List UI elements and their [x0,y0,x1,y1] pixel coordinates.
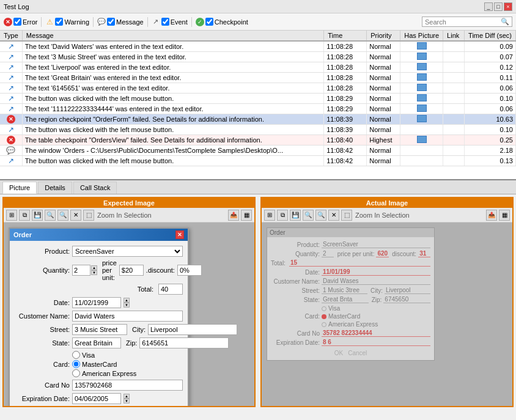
table-row[interactable]: ↗The text '3 Music Street' was entered i… [0,52,516,62]
row-timediff-cell: 0.09 [465,41,516,52]
exp-down[interactable]: ▼ [123,399,130,403]
date-down[interactable]: ▼ [123,303,130,308]
actual-save-button[interactable]: 💾 [290,210,301,221]
checkpoint-filter[interactable]: ✓ Checkpoint [196,18,248,26]
table-row[interactable]: ↗The text 'Liverpool' was entered in the… [0,62,516,73]
row-type-cell: ↗ [0,125,22,135]
actual-copy-button[interactable]: ⧉ [277,210,288,221]
export-button[interactable]: 📤 [228,210,239,221]
actual-exp-row: Expiration Date: 8 6 [271,339,430,346]
bottom-tabs: Picture Details Call Stack [0,180,516,194]
actual-image-content[interactable]: Order Product: ScreenSaver Quantity: 2 p… [262,223,512,406]
quantity-spinner[interactable]: ▲ ▼ [72,265,97,276]
quantity-up[interactable]: ▲ [91,265,97,270]
col-time[interactable]: Time [324,31,367,41]
city-label: City: [132,326,146,333]
date-row: Date: ▲ ▼ [15,297,183,308]
message-filter[interactable]: 💬 Message [97,18,144,26]
row-has-picture-cell [400,62,443,73]
table-row[interactable]: ↗The button was clicked with the left mo… [0,125,516,135]
col-has-picture[interactable]: Has Picture [400,31,443,41]
actual-image-panel: Actual Image ⊞ ⧉ 💾 🔍 🔍 ✕ ⬚ Zoom In Selec… [260,197,514,407]
exp-input[interactable] [72,393,121,404]
separator [41,17,42,27]
zoom-in-button[interactable]: 🔍 [45,210,56,221]
table-row[interactable]: ↗The text '1111222233334444' was entered… [0,104,516,114]
actual-customer-row: Customer Name: David Wases [271,278,430,285]
cardno-input[interactable] [72,380,183,391]
col-type[interactable]: Type [0,31,22,41]
product-row: Product: ScreenSaver [15,246,183,257]
row-priority-cell: Highest [367,135,400,146]
actual-zoom-select-button[interactable]: ⬚ [341,210,352,221]
actual-fit-button[interactable]: ⊞ [264,210,275,221]
date-input[interactable] [72,297,121,308]
zip-input[interactable] [139,337,229,348]
actual-zoom-out-button[interactable]: 🔍 [315,210,326,221]
table-row[interactable]: ↗The text 'David Waters' was entered in … [0,41,516,52]
search-box[interactable]: 🔍 [422,17,512,27]
mastercard-option[interactable]: MasterCard [72,360,136,368]
expected-image-content[interactable]: Order ✕ Product: ScreenSaver Quantity: [4,223,254,406]
zoom-select-button[interactable]: ⬚ [83,210,94,221]
date-arrows[interactable]: ▲ ▼ [123,298,130,308]
actual-state-row: State: Great Bnta Zip: 6745650 [271,296,430,303]
quantity-down[interactable]: ▼ [91,270,97,275]
product-select[interactable]: ScreenSaver [72,246,183,257]
actual-zoom-cancel-button[interactable]: ✕ [328,210,339,221]
actual-view-button[interactable]: ▦ [499,210,510,221]
error-filter[interactable]: ✕ Error [4,18,37,26]
actual-product-row: Product: ScreenSaver [271,241,430,248]
date-up[interactable]: ▲ [123,298,130,303]
search-input[interactable] [425,18,498,26]
zoom-cancel-button[interactable]: ✕ [70,210,81,221]
quantity-input[interactable] [72,265,90,276]
picture-icon [417,105,427,112]
warning-filter[interactable]: Warning [45,18,89,26]
maximize-button[interactable]: □ [494,2,503,11]
table-row[interactable]: ↗The text '6145651' was entered in the t… [0,83,516,94]
arrow-row-icon: ↗ [8,63,14,72]
state-input[interactable] [72,337,121,348]
street-input[interactable] [72,324,127,335]
customer-input[interactable] [72,311,183,322]
discount-input[interactable] [177,265,202,276]
save-button[interactable]: 💾 [32,210,43,221]
card-row: Card: Visa MasterCard [15,351,183,377]
exp-arrows[interactable]: ▲ ▼ [123,394,130,403]
zoom-out-button[interactable]: 🔍 [57,210,68,221]
quantity-arrows[interactable]: ▲ ▼ [91,265,97,275]
col-time-diff[interactable]: Time Diff (sec) [465,31,516,41]
minimize-button[interactable]: _ [484,2,493,11]
amex-option[interactable]: American Express [72,369,136,377]
total-input[interactable] [158,284,183,295]
price-input[interactable] [119,265,144,276]
actual-zoom-in-button[interactable]: 🔍 [303,210,314,221]
col-priority[interactable]: Priority [367,31,400,41]
table-row[interactable]: ↗The text 'Great Britain' was entered in… [0,73,516,83]
table-row[interactable]: ✕The region checkpoint "OrderForm" faile… [0,114,516,125]
dialog-close-btn[interactable]: ✕ [175,230,184,239]
table-row[interactable]: 💬The window 'Orders - C:\Users\Public\Do… [0,146,516,156]
event-filter[interactable]: ↗ Event [152,18,188,26]
row-has-picture-cell [400,135,443,146]
exp-up[interactable]: ▲ [123,394,130,399]
tab-picture[interactable]: Picture [2,182,37,194]
arrow-row-icon: ↗ [8,157,14,165]
tab-details[interactable]: Details [38,182,72,194]
exp-label: Expiration Date: [15,395,70,402]
col-link[interactable]: Link [443,31,465,41]
city-input[interactable] [148,324,237,335]
table-row[interactable]: ↗The button was clicked with the left mo… [0,94,516,104]
table-row[interactable]: ↗The button was clicked with the left mo… [0,156,516,166]
tab-call-stack[interactable]: Call Stack [73,182,117,194]
visa-option[interactable]: Visa [72,351,136,359]
close-button[interactable]: × [504,2,512,11]
copy-button[interactable]: ⧉ [19,210,30,221]
fit-button[interactable]: ⊞ [6,210,17,221]
view-button[interactable]: ▦ [241,210,252,221]
table-row[interactable]: ✕The table checkpoint "OrdersView" faile… [0,135,516,146]
actual-export-button[interactable]: 📤 [486,210,497,221]
row-time-cell: 11:08:39 [324,114,367,125]
col-message[interactable]: Message [22,31,323,41]
